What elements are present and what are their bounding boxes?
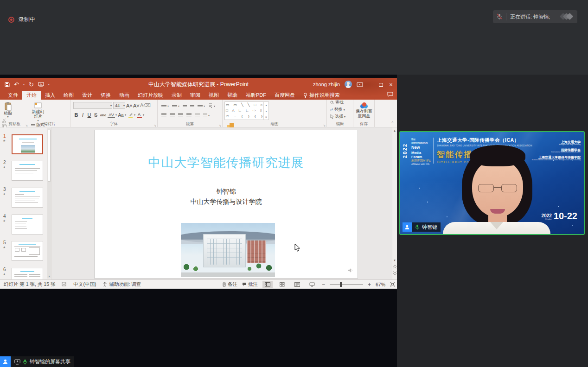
- font-size-combo[interactable]: 44▾: [113, 102, 125, 109]
- align-left-button[interactable]: [161, 113, 166, 117]
- tab-review[interactable]: 审阅: [186, 91, 205, 100]
- tab-home[interactable]: 开始: [22, 91, 41, 100]
- save-button[interactable]: [5, 82, 10, 87]
- close-button[interactable]: ×: [388, 81, 394, 88]
- comments-bubble-icon[interactable]: [387, 92, 393, 97]
- zoom-in-button[interactable]: +: [368, 281, 371, 288]
- shapes-more-icon[interactable]: ≡: [265, 115, 267, 118]
- undo-dropdown-icon[interactable]: ▾: [23, 83, 25, 86]
- tab-animations[interactable]: 动画: [115, 91, 134, 100]
- customize-qat-icon[interactable]: ▾: [48, 83, 50, 86]
- character-spacing-dropdown[interactable]: ▾: [115, 114, 117, 116]
- campus-building-image[interactable]: [181, 223, 275, 277]
- clipboard-dialog-launcher[interactable]: ↘: [25, 124, 28, 127]
- thumbnail-scrollbar-thumb[interactable]: [48, 130, 51, 182]
- italic-button[interactable]: I: [80, 112, 86, 118]
- shapes-down-icon[interactable]: ▾: [265, 109, 267, 113]
- text-shadow-button[interactable]: abc: [99, 113, 107, 117]
- shapes-gallery[interactable]: ▭▭╲╲□○ □△∟∟⇨⇩ ▱~(){} ▴▾≡: [224, 101, 269, 120]
- previous-slide-button[interactable]: [393, 265, 397, 269]
- thumbnail-scrollbar[interactable]: ▾: [47, 128, 51, 278]
- next-slide-button[interactable]: [393, 271, 397, 275]
- slide-number-status[interactable]: 幻灯片 第 1 张, 共 15 张: [4, 281, 55, 288]
- redo-button[interactable]: ↻: [29, 81, 34, 88]
- slide-sorter-view-button[interactable]: [277, 281, 288, 288]
- webcam-tile-zhongzhijin[interactable]: 2022 the International New Media Forum 新…: [399, 131, 585, 235]
- start-slideshow-button[interactable]: [38, 82, 44, 87]
- numbering-button[interactable]: ▾: [172, 104, 179, 108]
- tab-view[interactable]: 视图: [205, 91, 223, 100]
- text-direction-button[interactable]: ▾: [208, 103, 215, 108]
- screen-share-indicator[interactable]: 钟智锦的屏幕共享: [0, 356, 74, 367]
- spellcheck-icon[interactable]: [62, 282, 67, 287]
- increase-indent-button[interactable]: [190, 104, 194, 108]
- highlight-button[interactable]: [128, 112, 134, 118]
- change-case-dropdown[interactable]: ▾: [125, 114, 126, 116]
- ribbon-display-options-icon[interactable]: [357, 82, 363, 87]
- character-spacing-button[interactable]: AV: [108, 113, 115, 118]
- tab-record[interactable]: 录制: [167, 91, 186, 100]
- paste-button[interactable]: 粘贴▾: [0, 100, 16, 118]
- convert-smartart-button[interactable]: ▾: [203, 113, 210, 117]
- accessibility-status[interactable]: 辅助功能: 调查: [102, 281, 141, 288]
- scroll-up-icon[interactable]: ▴: [392, 129, 397, 133]
- zoom-slider-thumb[interactable]: [340, 282, 342, 287]
- slideshow-view-button[interactable]: [307, 281, 317, 288]
- tab-slideshow[interactable]: 幻灯片放映: [134, 91, 167, 100]
- tab-insert[interactable]: 插入: [41, 91, 59, 100]
- speaker-audio-icon[interactable]: [348, 268, 353, 273]
- recording-indicator[interactable]: 录制中: [8, 16, 35, 24]
- thumbnail-scroll-down-icon[interactable]: ▾: [47, 274, 51, 278]
- tab-file[interactable]: 文件: [4, 91, 22, 100]
- undo-button[interactable]: ↶: [14, 81, 19, 88]
- reading-view-button[interactable]: [292, 281, 302, 288]
- tab-draw[interactable]: 绘图: [59, 91, 78, 100]
- slide-1-editor[interactable]: 中山大学智能传播研究进展 钟智锦 中山大学传播与设计学院: [95, 130, 358, 278]
- comments-toggle[interactable]: 批注: [242, 281, 258, 288]
- minimize-button[interactable]: —: [368, 82, 374, 87]
- zoom-out-button[interactable]: −: [322, 281, 325, 288]
- clear-formatting-button[interactable]: A⌫: [140, 102, 146, 108]
- account-avatar[interactable]: [345, 81, 352, 88]
- drawing-dialog-launcher[interactable]: ↘: [323, 124, 326, 127]
- justify-button[interactable]: [186, 113, 192, 117]
- language-status[interactable]: 中文(中国): [73, 281, 96, 288]
- decrease-indent-button[interactable]: [183, 104, 187, 108]
- bold-button[interactable]: B: [73, 112, 79, 118]
- restore-button[interactable]: [379, 80, 383, 89]
- new-slide-button[interactable]: 新建幻灯片▾: [29, 100, 47, 122]
- tab-foxit-pdf[interactable]: 福昕PDF: [242, 91, 270, 100]
- align-center-button[interactable]: [170, 113, 175, 117]
- grow-font-button[interactable]: A˄: [126, 103, 132, 108]
- zoom-slider[interactable]: [330, 284, 363, 285]
- tab-baidu-netdisk[interactable]: 百度网盘: [270, 91, 299, 100]
- tab-help[interactable]: 帮助: [223, 91, 242, 100]
- font-dialog-launcher[interactable]: ↘: [153, 124, 156, 127]
- strikethrough-button[interactable]: S: [93, 112, 99, 118]
- slide-author-text[interactable]: 钟智锦: [95, 188, 358, 196]
- replace-button[interactable]: ⇄替换▾: [330, 107, 353, 113]
- account-name[interactable]: zhong zhijin: [313, 82, 340, 87]
- notes-toggle[interactable]: 备注: [222, 281, 237, 288]
- font-color-button[interactable]: A: [137, 112, 142, 118]
- find-button[interactable]: 查找: [330, 100, 353, 106]
- shapes-up-icon[interactable]: ▴: [265, 103, 267, 107]
- tab-design[interactable]: 设计: [78, 91, 96, 100]
- slide-title-text[interactable]: 中山大学智能传播研究进展: [95, 154, 358, 171]
- underline-button[interactable]: U: [86, 112, 92, 118]
- tab-transitions[interactable]: 切换: [96, 91, 115, 100]
- canvas-scrollbar[interactable]: ▴ ▾: [392, 127, 397, 279]
- paragraph-dialog-launcher[interactable]: ↘: [218, 124, 221, 127]
- change-case-button[interactable]: Aa: [117, 113, 124, 118]
- zoom-level[interactable]: 67%: [376, 282, 385, 287]
- collapse-ribbon-icon[interactable]: ⌃: [390, 121, 394, 126]
- slide-affiliation-text[interactable]: 中山大学传播与设计学院: [95, 198, 358, 206]
- tell-me-search[interactable]: 操作说明搜索: [299, 91, 344, 100]
- normal-view-button[interactable]: [262, 281, 273, 288]
- line-spacing-button[interactable]: ▾: [198, 104, 205, 108]
- bullets-button[interactable]: ▾: [161, 104, 169, 108]
- font-name-combo[interactable]: ▾: [73, 102, 112, 109]
- fit-to-window-button[interactable]: [390, 282, 395, 287]
- save-to-baidu-button[interactable]: 保存到百度网盘: [353, 100, 375, 119]
- select-button[interactable]: 选择▾: [330, 114, 353, 120]
